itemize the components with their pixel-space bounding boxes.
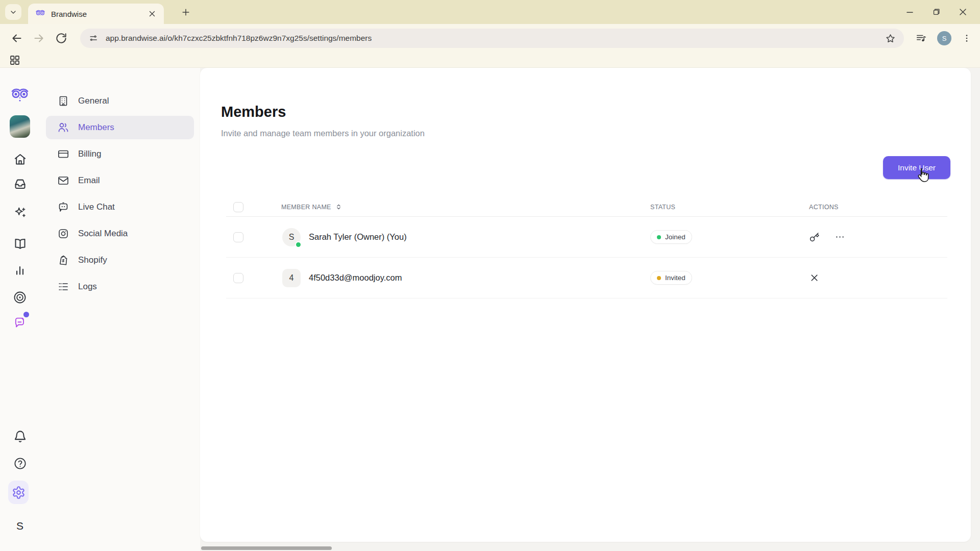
- select-all-checkbox[interactable]: [233, 202, 243, 212]
- page-subtitle: Invite and manage team members in your o…: [221, 129, 425, 138]
- settings-nav-general[interactable]: General: [46, 89, 194, 113]
- nav-label: General: [78, 96, 109, 106]
- sidebar-analytics-icon[interactable]: [10, 260, 30, 281]
- browser-profile-avatar[interactable]: S: [937, 31, 951, 45]
- rail-notifications-bell-icon[interactable]: [10, 426, 30, 446]
- nav-label: Email: [78, 176, 100, 186]
- close-window-icon[interactable]: [958, 7, 968, 17]
- page-title: Members: [221, 104, 286, 120]
- tab-close-icon[interactable]: [148, 9, 157, 18]
- back-icon[interactable]: [10, 32, 23, 45]
- list-icon: [57, 281, 69, 293]
- members-table: MEMBER NAME STATUS ACTIONS S Sarah Tyler…: [226, 197, 947, 298]
- table-row-invited-user[interactable]: 4 4f50d33d@moodjoy.com Invited: [226, 258, 947, 298]
- sort-icon[interactable]: [335, 204, 342, 210]
- settings-nav-members[interactable]: Members: [46, 116, 194, 139]
- row-checkbox[interactable]: [233, 273, 243, 283]
- rail-settings-button[interactable]: [8, 482, 29, 503]
- settings-nav-social-media[interactable]: Social Media: [46, 222, 194, 245]
- chevron-down-icon: [9, 8, 17, 16]
- browser-menu-kebab-icon[interactable]: [962, 33, 972, 43]
- column-actions: ACTIONS: [805, 204, 947, 211]
- window-controls: [905, 0, 975, 24]
- nav-label: Live Chat: [78, 202, 115, 212]
- settings-nav-shopify[interactable]: Shopify: [46, 248, 194, 272]
- api-key-icon[interactable]: [809, 232, 820, 242]
- nav-label: Logs: [78, 282, 97, 292]
- bookmark-star-icon[interactable]: [885, 33, 896, 44]
- invite-user-button[interactable]: Invite User: [883, 156, 950, 179]
- browser-toolbar: app.brandwise.ai/o/kh7czxc25zbktfnh718pz…: [0, 24, 980, 53]
- credit-card-icon: [57, 148, 69, 160]
- browser-tab-brandwise[interactable]: Brandwise: [28, 4, 164, 24]
- instagram-icon: [57, 228, 69, 240]
- bookmarks-bar: [0, 53, 980, 68]
- rail-profile-initial[interactable]: S: [10, 516, 30, 536]
- status-dot-joined: [657, 235, 661, 239]
- apps-grid-icon[interactable]: [9, 54, 21, 66]
- settings-nav-email[interactable]: Email: [46, 169, 194, 192]
- users-icon: [57, 121, 69, 134]
- nav-label: Shopify: [78, 255, 107, 265]
- gear-icon: [12, 486, 26, 499]
- workspace-avatar[interactable]: [10, 116, 30, 137]
- sidebar-ai-chat-icon[interactable]: [10, 313, 30, 333]
- settings-nav: General Members Billing Email Live: [40, 68, 200, 551]
- site-info-icon[interactable]: [88, 33, 99, 43]
- brandwise-logo-owl-icon[interactable]: [10, 85, 30, 106]
- member-name: Sarah Tyler (Owner) (You): [309, 232, 407, 242]
- new-tab-button[interactable]: [180, 6, 192, 18]
- settings-nav-logs[interactable]: Logs: [46, 275, 194, 298]
- mail-icon: [57, 174, 69, 187]
- tab-search-button[interactable]: [5, 4, 21, 20]
- nav-label: Members: [78, 122, 114, 133]
- avatar: 4: [282, 269, 301, 287]
- sidebar-ai-sparkles-icon[interactable]: [10, 202, 30, 222]
- sidebar-inbox-icon[interactable]: [10, 173, 30, 194]
- nav-label: Social Media: [78, 229, 128, 239]
- revoke-invite-x-icon[interactable]: [809, 272, 820, 283]
- url-text[interactable]: app.brandwise.ai/o/kh7czxc25zbktfnh718pz…: [106, 34, 885, 43]
- restore-window-icon[interactable]: [932, 8, 941, 16]
- table-header-row: MEMBER NAME STATUS ACTIONS: [226, 197, 947, 217]
- url-bar[interactable]: app.brandwise.ai/o/kh7czxc25zbktfnh718pz…: [80, 29, 904, 48]
- column-status: STATUS: [650, 204, 805, 211]
- settings-nav-billing[interactable]: Billing: [46, 142, 194, 166]
- notification-dot: [23, 312, 29, 317]
- app-window: S General Members Billing: [0, 68, 980, 551]
- chat-bubble-icon: [57, 201, 69, 213]
- browser-tab-strip: Brandwise: [0, 0, 980, 24]
- online-status-dot: [295, 241, 302, 248]
- reload-icon[interactable]: [55, 32, 68, 45]
- member-name: 4f50d33d@moodjoy.com: [309, 273, 402, 283]
- rail-help-icon[interactable]: [10, 453, 30, 473]
- status-badge: Invited: [650, 271, 692, 285]
- settings-nav-live-chat[interactable]: Live Chat: [46, 195, 194, 219]
- nav-label: Billing: [78, 149, 101, 159]
- minimize-icon[interactable]: [905, 7, 915, 17]
- sidebar-knowledge-book-icon[interactable]: [10, 233, 30, 254]
- status-badge: Joined: [650, 230, 692, 244]
- tab-title: Brandwise: [51, 10, 148, 18]
- shopify-bag-icon: [57, 254, 69, 266]
- media-controls-icon[interactable]: [916, 33, 927, 44]
- app-icon-rail: S: [0, 68, 40, 551]
- status-dot-invited: [657, 276, 661, 280]
- workspace-avatar-image: [10, 115, 30, 138]
- horizontal-scrollbar-thumb[interactable]: [201, 546, 332, 550]
- column-member-name: MEMBER NAME: [281, 204, 331, 211]
- more-actions-icon[interactable]: [835, 232, 845, 242]
- brandwise-favicon-owl-icon: [35, 9, 45, 19]
- forward-icon[interactable]: [32, 32, 45, 45]
- building-icon: [57, 95, 69, 107]
- row-checkbox[interactable]: [233, 232, 243, 242]
- table-row-sarah-tyler[interactable]: S Sarah Tyler (Owner) (You) Joined: [226, 217, 947, 258]
- sidebar-targets-icon[interactable]: [10, 287, 30, 308]
- sidebar-home-icon[interactable]: [10, 149, 30, 169]
- avatar: S: [282, 228, 301, 246]
- members-settings-card: Members Invite and manage team members i…: [200, 68, 971, 542]
